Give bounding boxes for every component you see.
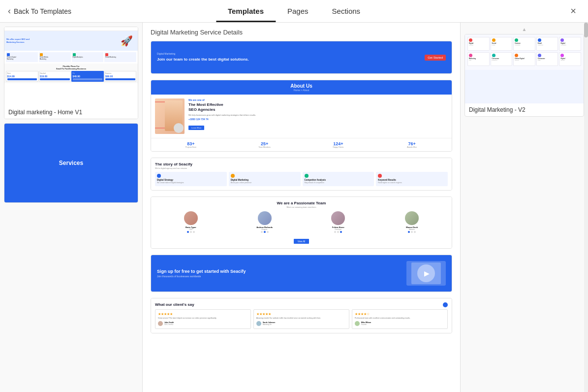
- close-button[interactable]: ×: [566, 4, 580, 18]
- team-member-4: Mason Duck Marketer: [376, 211, 448, 233]
- story-item-1: Digital Strategy We create tailored digi…: [155, 172, 227, 186]
- story-title: The story of Seacify: [155, 162, 448, 166]
- back-arrow-icon: ‹: [8, 6, 11, 16]
- about-content: We are one of The Most EffectiveSEO Agen…: [151, 95, 452, 138]
- about-cta-btn[interactable]: Learn More: [188, 126, 204, 130]
- preview-block-team[interactable]: We are a Passionate Team Meet our amazin…: [151, 196, 452, 249]
- about-phone: +1800 124 734 74: [188, 118, 448, 121]
- cta-section: Sign up for free to get started with Sea…: [151, 255, 452, 292]
- hero-text: Digital Marketing Join our team to creat…: [157, 52, 421, 63]
- about-heading: The Most EffectiveSEO Agencies: [188, 102, 448, 113]
- hero-btn[interactable]: Get Started: [425, 55, 446, 61]
- team-member-3: Felicia Stone Developer: [303, 211, 374, 233]
- app-header: ‹ Back To Templates Templates Pages Sect…: [0, 0, 588, 23]
- team-member-1: Brain Typer CEO: [155, 211, 227, 233]
- right-panel: ▲ Digital Strategy Social: [460, 23, 588, 392]
- story-section: The story of Seacify We're digital agenc…: [151, 158, 452, 190]
- about-title: About Us: [290, 83, 312, 89]
- tab-pages[interactable]: Pages: [276, 0, 320, 22]
- team-section: We are a Passionate Team Meet our amazin…: [151, 197, 452, 248]
- team-title: We are a Passionate Team: [155, 201, 448, 205]
- template-card-digital-home-v1[interactable]: We offer expert SEO andMarketing Service…: [4, 27, 138, 119]
- team-member-2: Andrew Richards Designer: [229, 211, 301, 233]
- cta-media: ▶: [406, 261, 446, 286]
- cta-subtitle: Join thousands of businesses worldwide: [157, 275, 246, 278]
- hero-tagline: Digital Marketing: [157, 52, 421, 56]
- section-title: Digital Marketing Service Details: [151, 27, 452, 36]
- stat-4: 76+ Awards Won: [375, 141, 449, 148]
- tab-templates[interactable]: Templates: [216, 0, 276, 22]
- testimonials-section: What our client's say ★★★★★ Great servic…: [151, 298, 452, 333]
- tab-sections[interactable]: Sections: [320, 0, 372, 22]
- testimonials-dot: [443, 302, 448, 307]
- story-item-2: Digital Marketing Boost your online pres…: [229, 172, 301, 186]
- main-content: We offer expert SEO andMarketing Service…: [0, 23, 588, 392]
- template-card-label: Digital marketing - Home V1: [4, 106, 138, 119]
- testimonial-2: ★★★★★ Amazing results! Our website traff…: [253, 309, 349, 329]
- template-card-preview: We offer expert SEO andMarketing Service…: [4, 27, 138, 106]
- preview-block-story[interactable]: The story of Seacify We're digital agenc…: [151, 158, 452, 191]
- about-stats: 83+ Projects Done 25+ Team Members 124+ …: [151, 138, 452, 151]
- team-subtitle: Meet our amazing team members: [155, 206, 448, 208]
- template-card-v2[interactable]: Digital Strategy Social Media Content Ma…: [464, 34, 584, 117]
- hero-block: Digital Marketing Join our team to creat…: [151, 41, 452, 73]
- services-label: Services: [59, 160, 83, 166]
- hero-heading: Join our team to create the best digital…: [157, 57, 421, 63]
- back-to-templates-button[interactable]: ‹ Back To Templates: [0, 0, 79, 22]
- story-subtitle: We're digital agency and our mission: [155, 167, 448, 169]
- header-tabs: Templates Pages Sections: [216, 0, 372, 22]
- story-item-3: Competitor Analysis Stay ahead of compet…: [303, 172, 374, 186]
- preview-block-cta[interactable]: Sign up for free to get started with Sea…: [151, 255, 452, 292]
- middle-content: Digital Marketing Service Details Digita…: [143, 23, 460, 392]
- about-header: About Us Home > About: [151, 80, 452, 95]
- about-tag: We are one of: [188, 98, 448, 101]
- testimonials-grid: ★★★★★ Great service! The team helped us …: [155, 309, 448, 329]
- cta-title: Sign up for free to get started with Sea…: [157, 269, 246, 274]
- testimonial-1: ★★★★★ Great service! The team helped us …: [155, 309, 251, 329]
- scrollbar-track[interactable]: [584, 23, 588, 392]
- cta-text: Sign up for free to get started with Sea…: [157, 269, 246, 278]
- template-sidebar: We offer expert SEO andMarketing Service…: [0, 23, 143, 392]
- testimonials-title: What our client's say: [155, 302, 194, 307]
- testimonials-header: What our client's say: [155, 302, 448, 307]
- about-subtitle: Home > About: [294, 89, 309, 92]
- stat-1: 83+ Projects Done: [154, 141, 228, 148]
- about-body: We help businesses grow with digital mar…: [188, 114, 448, 117]
- preview-block-about[interactable]: About Us Home > About We are one of The …: [151, 80, 452, 152]
- close-icon: ×: [570, 5, 576, 17]
- stat-2: 25+ Team Members: [228, 141, 302, 148]
- scroll-up-indicator: ▲: [464, 27, 584, 32]
- template-v2-label: Digital Marketing - V2: [465, 103, 584, 116]
- story-item-4: Keyword Results Rank higher on search en…: [376, 172, 448, 186]
- template-card-preview: Services: [4, 124, 138, 202]
- team-grid: Brain Typer CEO Andrew Richards Designer: [155, 211, 448, 233]
- scrollbar-thumb[interactable]: [584, 23, 588, 37]
- view-all-btn[interactable]: View All: [294, 239, 309, 244]
- preview-block-hero[interactable]: Digital Marketing Join our team to creat…: [151, 41, 452, 74]
- preview-block-testimonials[interactable]: What our client's say ★★★★★ Great servic…: [151, 298, 452, 333]
- template-v2-preview: Digital Strategy Social Media Content Ma…: [465, 34, 584, 103]
- stat-3: 124+ Happy Clients: [302, 141, 375, 148]
- testimonial-3: ★★★★☆ Professional team with excellent c…: [352, 309, 448, 329]
- back-label: Back To Templates: [14, 7, 71, 15]
- template-card-services[interactable]: Services: [4, 123, 138, 203]
- about-text: We are one of The Most EffectiveSEO Agen…: [188, 98, 448, 134]
- story-grid: Digital Strategy We create tailored digi…: [155, 172, 448, 186]
